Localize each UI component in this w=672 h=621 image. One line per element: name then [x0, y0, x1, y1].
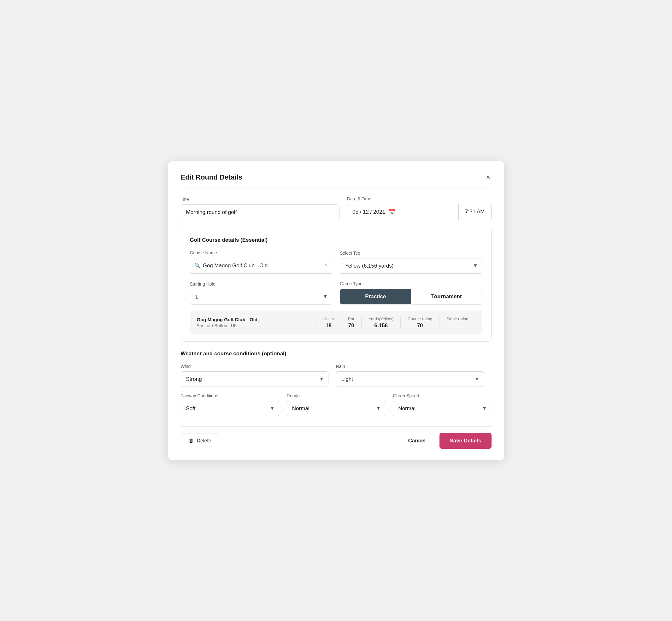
course-rating-stat: Course rating 70 — [401, 317, 439, 329]
golf-section-title: Golf Course details (Essential) — [190, 237, 482, 243]
yards-label: Yards(Yellow) — [369, 317, 393, 321]
title-field-group: Title — [181, 197, 339, 220]
footer-row: 🗑 Delete Cancel Save Details — [181, 426, 492, 449]
time-value: 7:31 AM — [465, 209, 485, 215]
slope-rating-stat: Slope rating - — [439, 317, 475, 329]
green-speed-select-wrap: Normal ▼ — [393, 401, 491, 416]
rain-select-wrap: Light ▼ — [336, 371, 484, 387]
weather-section-title: Weather and course conditions (optional) — [181, 350, 492, 357]
holes-label: Holes — [323, 317, 334, 321]
date-value: 05 / 12 / 2021 — [352, 209, 385, 215]
starting-hole-group: Starting Hole 1 ▼ — [190, 282, 333, 304]
par-stat: Par 70 — [341, 317, 361, 329]
practice-button[interactable]: Practice — [340, 289, 411, 304]
save-button[interactable]: Save Details — [439, 433, 491, 449]
course-tee-row: Course Name 🔍 × Select Tee Yellow (6,156… — [190, 250, 482, 274]
yards-value: 6,156 — [369, 323, 393, 329]
starting-hole-wrap: 1 ▼ — [190, 289, 333, 304]
cancel-button[interactable]: Cancel — [402, 433, 432, 448]
course-info-name: Gog Magog Golf Club - Old, — [197, 317, 316, 322]
slope-rating-value: - — [447, 323, 468, 329]
course-name-group: Course Name 🔍 × — [190, 250, 333, 274]
select-tee-wrap: Yellow (6,156 yards) ▼ — [340, 258, 482, 274]
course-rating-label: Course rating — [408, 317, 432, 321]
course-name-label: Course Name — [190, 250, 333, 255]
title-label: Title — [181, 197, 339, 202]
rain-label: Rain — [336, 364, 484, 369]
time-field[interactable]: 7:31 AM — [459, 204, 491, 220]
holes-stat: Holes 18 — [316, 317, 341, 329]
conditions-row: Fairway Conditions Soft ▼ Rough Normal ▼ — [181, 393, 492, 416]
fairway-select[interactable]: Soft — [181, 401, 279, 416]
green-speed-label: Green Speed — [393, 393, 491, 398]
course-rating-value: 70 — [408, 323, 432, 329]
starting-hole-select[interactable]: 1 — [190, 289, 333, 304]
game-type-group: Game Type Practice Tournament — [340, 281, 482, 304]
fairway-label: Fairway Conditions — [181, 393, 279, 398]
par-label: Par — [348, 317, 354, 321]
wind-label: Wind — [181, 364, 329, 369]
edit-round-modal: Edit Round Details × Title Date & Time 0… — [168, 161, 504, 460]
rain-select[interactable]: Light — [336, 371, 484, 387]
green-speed-select[interactable]: Normal — [393, 401, 491, 416]
wind-select-wrap: Strong ▼ — [181, 371, 329, 387]
fairway-field-group: Fairway Conditions Soft ▼ — [181, 393, 279, 416]
course-name-input[interactable] — [190, 258, 333, 274]
fairway-select-wrap: Soft ▼ — [181, 401, 279, 416]
holes-value: 18 — [323, 323, 334, 329]
modal-header: Edit Round Details × — [181, 173, 492, 188]
select-tee-group: Select Tee Yellow (6,156 yards) ▼ — [340, 251, 482, 274]
par-value: 70 — [348, 323, 354, 329]
weather-section: Weather and course conditions (optional)… — [181, 350, 492, 416]
yards-stat: Yards(Yellow) 6,156 — [361, 317, 401, 329]
tournament-button[interactable]: Tournament — [411, 289, 482, 304]
date-field[interactable]: 05 / 12 / 2021 📅 — [347, 204, 459, 220]
green-speed-field-group: Green Speed Normal ▼ — [393, 393, 491, 416]
clear-icon[interactable]: × — [324, 262, 328, 269]
rain-field-group: Rain Light ▼ — [336, 364, 484, 387]
rough-select[interactable]: Normal — [287, 401, 385, 416]
course-search-wrap: 🔍 × — [190, 258, 333, 274]
delete-button[interactable]: 🗑 Delete — [181, 433, 219, 448]
game-type-label: Game Type — [340, 281, 482, 286]
footer-right: Cancel Save Details — [402, 433, 492, 449]
select-tee-select[interactable]: Yellow (6,156 yards) — [340, 258, 482, 274]
rough-select-wrap: Normal ▼ — [287, 401, 385, 416]
datetime-label: Date & Time — [347, 196, 492, 201]
hole-gametype-row: Starting Hole 1 ▼ Game Type Practice Tou… — [190, 281, 482, 304]
title-input[interactable] — [181, 204, 339, 220]
datetime-field-group: Date & Time 05 / 12 / 2021 📅 7:31 AM — [347, 196, 492, 220]
starting-hole-label: Starting Hole — [190, 282, 333, 287]
select-tee-label: Select Tee — [340, 251, 482, 256]
calendar-icon: 📅 — [388, 209, 395, 215]
course-info-name-group: Gog Magog Golf Club - Old, Shelford Bott… — [197, 317, 316, 328]
rough-label: Rough — [287, 393, 385, 398]
wind-select[interactable]: Strong — [181, 371, 329, 387]
rough-field-group: Rough Normal ▼ — [287, 393, 385, 416]
wind-rain-row: Wind Strong ▼ Rain Light ▼ — [181, 364, 492, 387]
trash-icon: 🗑 — [189, 438, 194, 444]
course-info-bar: Gog Magog Golf Club - Old, Shelford Bott… — [190, 311, 482, 334]
course-info-location: Shelford Bottom, UK — [197, 323, 316, 328]
wind-field-group: Wind Strong ▼ — [181, 364, 329, 387]
search-icon: 🔍 — [194, 262, 201, 268]
slope-rating-label: Slope rating — [447, 317, 468, 321]
game-type-toggle: Practice Tournament — [340, 289, 482, 304]
datetime-input-group: 05 / 12 / 2021 📅 7:31 AM — [347, 204, 492, 220]
title-datetime-row: Title Date & Time 05 / 12 / 2021 📅 7:31 … — [181, 196, 492, 220]
modal-title: Edit Round Details — [181, 173, 243, 181]
delete-label: Delete — [197, 438, 211, 444]
close-button[interactable]: × — [485, 173, 492, 182]
golf-course-section: Golf Course details (Essential) Course N… — [181, 228, 492, 342]
